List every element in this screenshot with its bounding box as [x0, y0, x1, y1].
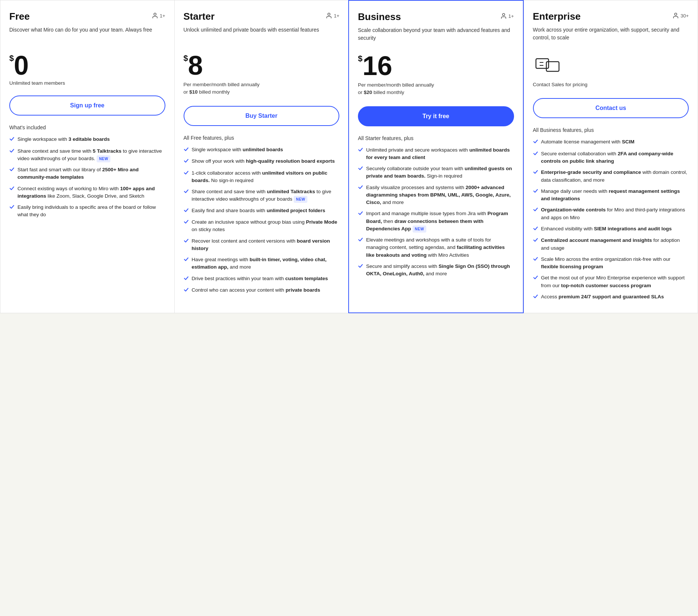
- plan-description: Unlock unlimited and private boards with…: [184, 26, 340, 45]
- feature-text: Easily bring individuals to a specific a…: [17, 204, 165, 219]
- features-header: All Business features, plus: [533, 127, 689, 133]
- feature-item: Import and manage multiple issue types f…: [358, 210, 514, 233]
- feature-text: Control who can access your content with…: [192, 286, 320, 294]
- check-icon: [533, 169, 538, 177]
- check-icon: [533, 237, 538, 245]
- check-icon: [184, 158, 189, 166]
- price-members: Unlimited team members: [9, 80, 165, 86]
- svg-point-0: [154, 13, 156, 15]
- feature-text: Enterprise-grade security and compliance…: [541, 169, 689, 184]
- feature-text: Get the most out of your Miro Enterprise…: [541, 274, 689, 289]
- feature-item: Organization-wide controls for Miro and …: [533, 206, 689, 221]
- plan-header: Enterprise30+: [533, 11, 689, 22]
- check-icon: [184, 189, 189, 196]
- check-icon: [184, 238, 189, 246]
- plan-name: Enterprise: [533, 11, 581, 22]
- price-dollar: $: [184, 54, 188, 62]
- price-subtitle: Per member/month billed annuallyor $20 b…: [358, 81, 514, 97]
- price-main: $0: [9, 52, 165, 79]
- feature-text: Manage daily user needs with request man…: [541, 188, 689, 203]
- cta-button-free[interactable]: Sign up free: [9, 95, 165, 116]
- person-icon: [326, 12, 332, 19]
- pricing-page: Free1+Discover what Miro can do for you …: [0, 0, 698, 313]
- check-icon: [358, 263, 363, 271]
- plan-header: Starter1+: [184, 11, 340, 22]
- cta-button-starter[interactable]: Buy Starter: [184, 106, 340, 126]
- feature-item: Control who can access your content with…: [184, 286, 340, 295]
- feature-text: Drive best practices within your team wi…: [192, 275, 328, 282]
- feature-text: Automate license management with SCIM: [541, 138, 634, 146]
- feature-item: Unlimited private and secure workspaces …: [358, 146, 514, 162]
- plan-users-label: 1+: [160, 13, 165, 19]
- new-badge: NEW: [294, 196, 307, 203]
- feature-item: Easily visualize processes and systems w…: [358, 184, 514, 207]
- feature-text: Have great meetings with built-in timer,…: [192, 256, 340, 271]
- check-icon: [184, 257, 189, 264]
- features-header: All Starter features, plus: [358, 135, 514, 141]
- plan-users: 1+: [152, 12, 165, 19]
- check-icon: [533, 139, 538, 146]
- feature-list: Single workspace with unlimited boardsSh…: [184, 146, 340, 295]
- feature-text: Connect existing ways of working to Miro…: [17, 185, 165, 200]
- feature-item: Centralized account management and insig…: [533, 237, 689, 252]
- feature-text: Single workspace with 3 editable boards: [17, 136, 110, 143]
- feature-item: Create an inclusive space without group …: [184, 218, 340, 234]
- feature-text: Unlimited private and secure workspaces …: [366, 146, 514, 162]
- plan-header: Free1+: [9, 11, 165, 22]
- feature-text: Secure and simplify access with Single S…: [366, 263, 514, 278]
- feature-item: Access premium 24/7 support and guarante…: [533, 293, 689, 301]
- feature-list: Single workspace with 3 editable boardsS…: [9, 136, 165, 219]
- plan-price-area: Contact Sales for pricing: [533, 52, 689, 88]
- feature-item: Automate license management with SCIM: [533, 138, 689, 146]
- check-icon: [533, 275, 538, 282]
- plan-description: Scale collaboration beyond your team wit…: [358, 26, 514, 46]
- features-header: What's included: [9, 124, 165, 130]
- check-icon: [184, 276, 189, 283]
- check-icon: [9, 186, 14, 193]
- person-icon: [500, 13, 507, 19]
- feature-item: Enhanced visibility with SIEM integratio…: [533, 225, 689, 233]
- feature-text: Enhanced visibility with SIEM integratio…: [541, 225, 672, 233]
- price-number: 8: [188, 52, 203, 79]
- feature-list: Automate license management with SCIMSec…: [533, 138, 689, 301]
- feature-item: Recover lost content and content version…: [184, 237, 340, 253]
- feature-item: Elevate meetings and workshops with a su…: [358, 236, 514, 259]
- feature-text: Easily visualize processes and systems w…: [366, 184, 514, 207]
- plan-users-label: 30+: [681, 13, 689, 19]
- feature-item: Easily find and share boards with unlimi…: [184, 207, 340, 215]
- features-header: All Free features, plus: [184, 135, 340, 141]
- feature-text: Securely collaborate outside your team w…: [366, 165, 514, 180]
- check-icon: [358, 237, 363, 244]
- plan-users: 1+: [500, 13, 514, 19]
- feature-item: Connect existing ways of working to Miro…: [9, 185, 165, 200]
- feature-text: Secure external collaboration with 2FA a…: [541, 150, 689, 165]
- check-icon: [184, 147, 189, 154]
- price-dollar: $: [9, 54, 14, 62]
- feature-item: Drive best practices within your team wi…: [184, 275, 340, 283]
- svg-point-2: [503, 13, 505, 16]
- feature-text: Centralized account management and insig…: [541, 237, 689, 252]
- plan-price-area: $0Unlimited team members: [9, 52, 165, 86]
- feature-item: Scale Miro across the entire organizatio…: [533, 256, 689, 271]
- check-icon: [533, 207, 538, 214]
- new-badge: NEW: [97, 155, 110, 162]
- feature-item: Have great meetings with built-in timer,…: [184, 256, 340, 271]
- enterprise-icon: [533, 52, 689, 79]
- feature-item: 1-click collaborator access with unlimit…: [184, 169, 340, 185]
- cta-button-business[interactable]: Try it free: [358, 106, 514, 126]
- plan-description: Discover what Miro can do for you and yo…: [9, 26, 165, 45]
- price-subtitle: Per member/month billed annuallyor $10 b…: [184, 81, 340, 96]
- feature-item: Share context and save time with 5 Talkt…: [9, 147, 165, 163]
- feature-text: Start fast and smart with our library of…: [17, 166, 165, 181]
- plan-users: 30+: [672, 12, 689, 19]
- feature-item: Show off your work with high-quality res…: [184, 158, 340, 166]
- feature-list: Unlimited private and secure workspaces …: [358, 146, 514, 278]
- feature-text: Elevate meetings and workshops with a su…: [366, 236, 514, 259]
- check-icon: [533, 188, 538, 196]
- check-icon: [533, 226, 538, 233]
- feature-text: Share context and save time with 5 Talkt…: [17, 147, 165, 163]
- feature-item: Enterprise-grade security and compliance…: [533, 169, 689, 184]
- check-icon: [184, 287, 189, 295]
- cta-button-enterprise[interactable]: Contact us: [533, 98, 689, 118]
- feature-item: Manage daily user needs with request man…: [533, 188, 689, 203]
